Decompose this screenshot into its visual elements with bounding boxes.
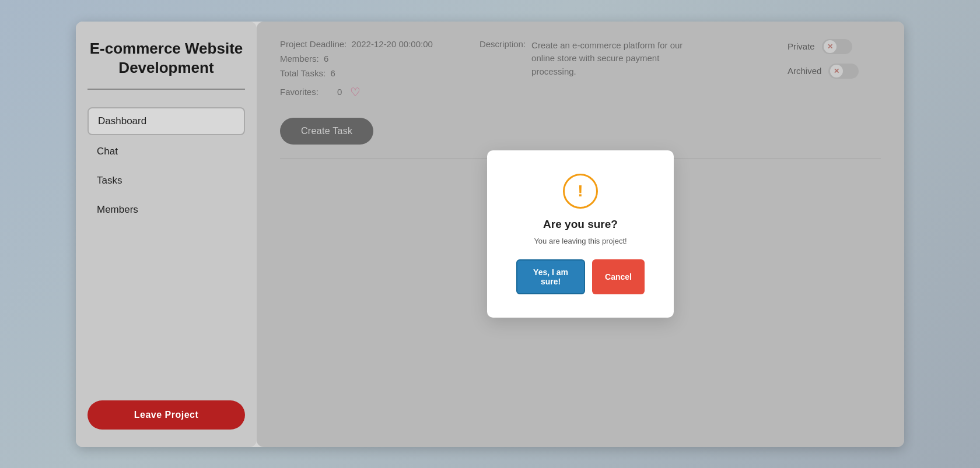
modal-overlay: ! Are you sure? You are leaving this pro… xyxy=(257,22,904,447)
confirmation-modal: ! Are you sure? You are leaving this pro… xyxy=(487,150,674,318)
project-title: E-commerce Website Development xyxy=(88,39,245,90)
main-container: E-commerce Website Development Dashboard… xyxy=(76,22,904,447)
sidebar: E-commerce Website Development Dashboard… xyxy=(76,22,257,447)
modal-title: Are you sure? xyxy=(543,218,618,231)
warning-icon-circle: ! xyxy=(563,174,598,209)
sidebar-item-members[interactable]: Members xyxy=(88,197,245,223)
sidebar-item-chat[interactable]: Chat xyxy=(88,139,245,164)
sidebar-item-tasks[interactable]: Tasks xyxy=(88,168,245,193)
cancel-button[interactable]: Cancel xyxy=(592,259,645,294)
sidebar-item-dashboard[interactable]: Dashboard xyxy=(88,107,245,135)
modal-buttons: Yes, I am sure! Cancel xyxy=(516,259,645,294)
leave-project-button[interactable]: Leave Project xyxy=(88,400,245,430)
confirm-button[interactable]: Yes, I am sure! xyxy=(516,259,585,294)
modal-subtitle: You are leaving this project! xyxy=(534,237,626,245)
content-area: Project Deadline: 2022-12-20 00:00:00 Me… xyxy=(257,22,904,447)
